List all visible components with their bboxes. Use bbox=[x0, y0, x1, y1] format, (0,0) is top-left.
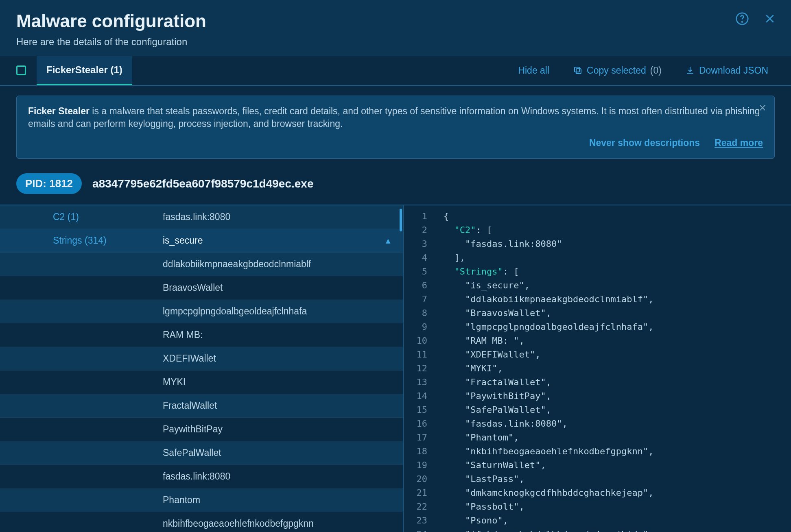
svg-rect-3 bbox=[575, 67, 579, 72]
description-name: Ficker Stealer bbox=[28, 106, 90, 116]
tab-fickerstealer[interactable]: FickerStealer (1) bbox=[37, 56, 132, 85]
pid-badge: PID: 1812 bbox=[16, 173, 82, 194]
config-value-row[interactable]: nkbihfbeogaeaoehlefnkodbefgpgknn bbox=[0, 512, 403, 532]
config-value-text: RAM MB: bbox=[163, 329, 391, 341]
config-key-row[interactable]: Strings (314)is_secure▴ bbox=[0, 229, 403, 253]
hide-all-button[interactable]: Hide all bbox=[511, 64, 556, 77]
config-value-row[interactable]: Phantom bbox=[0, 488, 403, 512]
description-close-icon[interactable] bbox=[758, 103, 767, 112]
config-key-row[interactable]: C2 (1)fasdas.link:8080 bbox=[0, 205, 403, 229]
svg-rect-2 bbox=[576, 69, 581, 74]
read-more-link[interactable]: Read more bbox=[715, 137, 763, 149]
config-value-row[interactable]: XDEFIWallet bbox=[0, 347, 403, 371]
config-value-row[interactable]: MYKI bbox=[0, 371, 403, 394]
description-text: Ficker Stealer is a malware that steals … bbox=[28, 105, 763, 130]
scrollbar-thumb[interactable] bbox=[400, 209, 402, 231]
config-value-text: nkbihfbeogaeaoehlefnkodbefgpgknn bbox=[163, 517, 391, 530]
close-icon[interactable] bbox=[762, 11, 778, 27]
code-body: { "C2": [ "fasdas.link:8080" ], "Strings… bbox=[432, 205, 791, 532]
select-all-checkbox[interactable] bbox=[16, 65, 26, 75]
config-value-row[interactable]: lgmpcpglpngdoalbgeoldeajfclnhafa bbox=[0, 300, 403, 323]
hide-all-label: Hide all bbox=[518, 64, 549, 77]
title-bar: Malware configuration Here are the detai… bbox=[0, 0, 791, 56]
split-view: C2 (1)fasdas.link:8080Strings (314)is_se… bbox=[0, 205, 791, 532]
process-filename: a8347795e62fd5ea607f98579c1d49ec.exe bbox=[92, 176, 313, 192]
config-value-row[interactable]: RAM MB: bbox=[0, 323, 403, 347]
pid-line: PID: 1812 a8347795e62fd5ea607f98579c1d49… bbox=[0, 168, 791, 205]
config-value-text: Phantom bbox=[163, 494, 391, 506]
config-value-text: FractalWallet bbox=[163, 399, 391, 412]
page-subtitle: Here are the details of the configuratio… bbox=[16, 35, 771, 48]
config-value-row[interactable]: BraavosWallet bbox=[0, 276, 403, 300]
config-value-text: BraavosWallet bbox=[163, 281, 391, 294]
config-value-row[interactable]: ddlakobiikmpnaeakgbdeodclnmiablf bbox=[0, 253, 403, 276]
json-code[interactable]: 1234567891011121314151617181920212223242… bbox=[404, 205, 791, 532]
download-json-label: Download JSON bbox=[699, 64, 768, 77]
config-key-value: is_secure bbox=[163, 234, 386, 247]
config-value-row[interactable]: FractalWallet bbox=[0, 394, 403, 418]
config-value-text: XDEFIWallet bbox=[163, 352, 391, 365]
config-value-row[interactable]: PaywithBitPay bbox=[0, 418, 403, 441]
chevron-up-icon: ▴ bbox=[386, 234, 391, 247]
download-icon bbox=[685, 65, 695, 75]
svg-point-1 bbox=[742, 22, 743, 22]
copy-icon bbox=[573, 65, 583, 75]
never-show-descriptions-link[interactable]: Never show descriptions bbox=[589, 137, 700, 149]
line-gutter: 1234567891011121314151617181920212223242… bbox=[404, 205, 432, 532]
config-value-text: SafePalWallet bbox=[163, 447, 391, 459]
config-value-text: MYKI bbox=[163, 376, 391, 388]
config-tree-panel: C2 (1)fasdas.link:8080Strings (314)is_se… bbox=[0, 205, 403, 532]
description-body: is a malware that steals passwords, file… bbox=[28, 106, 760, 129]
copy-selected-count: (0) bbox=[650, 64, 662, 77]
config-key-value: fasdas.link:8080 bbox=[163, 211, 391, 223]
config-value-text: PaywithBitPay bbox=[163, 423, 391, 436]
config-value-row[interactable]: SafePalWallet bbox=[0, 441, 403, 465]
config-value-row[interactable]: fasdas.link:8080 bbox=[0, 465, 403, 488]
description-box: Ficker Stealer is a malware that steals … bbox=[16, 96, 775, 159]
config-value-text: ddlakobiikmpnaeakgbdeodclnmiablf bbox=[163, 258, 391, 270]
config-value-text: lgmpcpglpngdoalbgeoldeajfclnhafa bbox=[163, 305, 391, 318]
config-value-text: fasdas.link:8080 bbox=[163, 470, 391, 483]
download-json-button[interactable]: Download JSON bbox=[679, 64, 775, 77]
copy-selected-button[interactable]: Copy selected (0) bbox=[566, 64, 668, 77]
tab-bar: FickerStealer (1) Hide all Copy selected… bbox=[0, 56, 791, 86]
page-title: Malware configuration bbox=[16, 9, 771, 33]
help-icon[interactable] bbox=[734, 11, 750, 27]
config-key-label: C2 (1) bbox=[0, 211, 163, 223]
json-panel: 1234567891011121314151617181920212223242… bbox=[403, 205, 791, 532]
copy-selected-label: Copy selected bbox=[587, 64, 646, 77]
config-key-label: Strings (314) bbox=[0, 234, 163, 247]
